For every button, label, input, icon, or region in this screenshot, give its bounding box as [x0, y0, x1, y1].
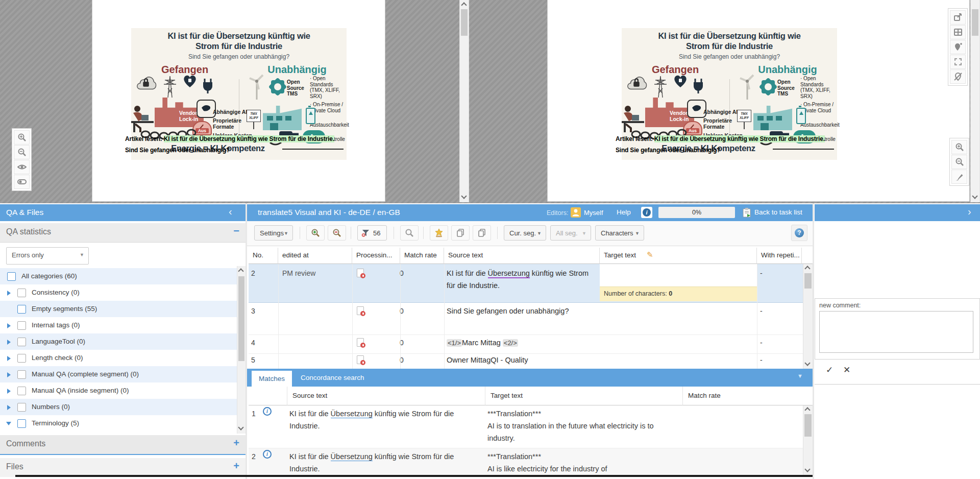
checkbox[interactable] [17, 338, 26, 346]
expand-icon[interactable] [7, 372, 11, 377]
checkbox[interactable] [17, 370, 26, 379]
scroll-down-icon[interactable] [972, 193, 977, 199]
checkbox[interactable] [17, 403, 26, 412]
clear-filter-button[interactable]: 56 [357, 225, 387, 241]
qa-statistics-header[interactable]: QA statistics − [0, 223, 246, 243]
collapse-left-panel-icon[interactable]: ‹ [229, 206, 232, 218]
chevron-down-icon[interactable]: ▼ [797, 373, 803, 379]
settings-button[interactable]: Settings ▼ [254, 225, 293, 241]
scroll-down-icon[interactable] [804, 466, 810, 472]
matches-scrollbar[interactable] [803, 405, 813, 475]
search-button[interactable] [400, 225, 419, 241]
qa-tree-item-numbers[interactable]: Numbers (0) [0, 399, 237, 415]
col-header-with-repetitions[interactable]: With repeti... [757, 248, 802, 264]
checkbox[interactable] [17, 354, 26, 363]
checkbox[interactable] [17, 321, 26, 330]
scroll-up-icon[interactable] [461, 2, 467, 8]
font-zoom-out-button[interactable] [328, 225, 346, 241]
scroll-up-icon[interactable] [238, 268, 243, 274]
qa-tree-item-manual-qa-complete[interactable]: Manual QA (complete segment) (0) [0, 366, 237, 382]
show-hide-button[interactable] [14, 160, 30, 174]
segment-highlight[interactable]: KI ist für die Übersetzung künftig wie S… [654, 135, 825, 142]
characters-button[interactable]: Characters ▼ [595, 225, 644, 241]
segment-row-5[interactable]: 5 0 Owner MittagQI - Quality - [249, 354, 813, 369]
qa-tree-item-languagetool[interactable]: LanguageTool (0) [0, 333, 237, 350]
scroll-up-icon[interactable] [804, 266, 810, 271]
qa-tree-item-all-categories[interactable]: All categories (60) [0, 268, 237, 284]
info-button[interactable]: i [641, 207, 652, 218]
qa-filter-select[interactable]: Errors only ▼ [6, 247, 89, 265]
matches-col-target[interactable]: Target text [485, 387, 683, 405]
expand-icon[interactable] [7, 291, 11, 296]
scrollbar-thumb[interactable] [972, 9, 978, 36]
scroll-down-icon[interactable] [804, 360, 810, 366]
cancel-comment-button[interactable]: ✕ [843, 365, 850, 375]
caption-line1[interactable]: Artikel lesen: KI ist für die Übersetzun… [616, 135, 825, 142]
qa-tree-scrollbar[interactable] [237, 266, 246, 434]
qa-tree-item-internal-tags[interactable]: Internal tags (0) [0, 317, 237, 333]
checkbox[interactable] [7, 272, 16, 281]
scrollbar-thumb[interactable] [804, 414, 812, 437]
segment-row-3[interactable]: 3 0 Sind Sie gefangen oder unabhängig? - [249, 303, 813, 335]
left-doc-scrollbar[interactable] [459, 0, 469, 202]
scrollbar-thumb[interactable] [804, 273, 812, 289]
disable-pin-button[interactable] [950, 69, 966, 84]
zoom-in-button[interactable] [14, 130, 30, 145]
comments-panel-header[interactable]: Comments + [0, 435, 246, 455]
col-header-edited-at[interactable]: edited at [278, 248, 352, 264]
expand-icon[interactable]: + [233, 460, 239, 472]
font-zoom-in-button[interactable] [306, 225, 325, 241]
tab-concordance-search[interactable]: Concordance search [301, 374, 364, 381]
scrollbar-thumb[interactable] [461, 9, 468, 36]
checkbox[interactable] [17, 289, 26, 297]
zoom-in-button[interactable] [951, 140, 967, 154]
checkbox[interactable] [17, 387, 26, 395]
save-comment-button[interactable]: ✓ [826, 365, 833, 375]
scroll-down-icon[interactable] [461, 193, 467, 199]
caption-line1[interactable]: Artikel lesen: KI ist für die Übersetzun… [125, 135, 334, 142]
collapse-icon[interactable] [6, 422, 11, 425]
qa-tree-item-manual-qa-inside[interactable]: Manual QA (inside segment) (0) [0, 382, 237, 399]
checkbox[interactable] [17, 419, 26, 428]
match-row-1[interactable]: 1 i KI ist für die Übersetzung künftig w… [249, 405, 813, 448]
zoom-out-button[interactable] [951, 155, 967, 169]
expand-icon[interactable] [7, 405, 11, 410]
collapse-right-panel-icon[interactable]: › [968, 206, 971, 218]
target-edit-cell[interactable] [600, 264, 757, 286]
caption-line2[interactable]: Sind Sie gefangen oder unabhängig? [616, 147, 720, 154]
caption-line2[interactable]: Sind Sie gefangen oder unabhängig? [125, 147, 230, 154]
expand-icon[interactable] [7, 389, 11, 394]
cur-seg-button[interactable]: Cur. seg. ▼ [504, 225, 546, 241]
qa-tree-item-length-check[interactable]: Length check (0) [0, 350, 237, 366]
zoom-out-button[interactable] [14, 145, 30, 159]
copy-source-button[interactable] [451, 225, 470, 241]
matches-col-source[interactable]: Source text [287, 387, 485, 405]
right-doc-scrollbar[interactable] [970, 0, 980, 202]
scroll-down-icon[interactable] [238, 424, 243, 430]
col-header-target-text[interactable]: Target text ✎ [600, 248, 757, 264]
segment-highlight[interactable]: KI ist für die Übersetzung künftig wie S… [164, 135, 334, 142]
add-pin-button[interactable] [950, 40, 966, 54]
col-header-source-text[interactable]: Source text [444, 248, 600, 264]
expand-icon[interactable] [7, 340, 11, 345]
qa-tree-item-consistency[interactable]: Consistency (0) [0, 284, 237, 301]
checkbox[interactable] [17, 305, 26, 314]
annotate-button[interactable] [951, 170, 967, 184]
info-icon[interactable]: i [263, 407, 272, 416]
qa-tree-item-empty-segments[interactable]: Empty segments (55) [0, 301, 237, 317]
col-header-no[interactable]: No. [249, 248, 278, 264]
toggle-view-button[interactable] [14, 175, 30, 189]
expand-icon[interactable]: + [233, 437, 239, 449]
help-button[interactable]: Help [617, 208, 631, 216]
fit-screen-button[interactable] [950, 55, 966, 69]
bookmark-button[interactable] [430, 225, 448, 241]
col-header-processing[interactable]: Processin... [352, 248, 400, 264]
layout-grid-button[interactable] [950, 25, 966, 39]
new-comment-textarea[interactable] [819, 311, 973, 353]
share-button[interactable] [950, 10, 966, 25]
matches-col-match-rate[interactable]: Match rate [683, 387, 813, 405]
segments-scrollbar[interactable] [803, 264, 813, 369]
copy-reference-button[interactable] [473, 225, 491, 241]
col-header-match-rate[interactable]: Match rate [400, 248, 444, 264]
collapse-icon[interactable]: − [233, 225, 239, 237]
